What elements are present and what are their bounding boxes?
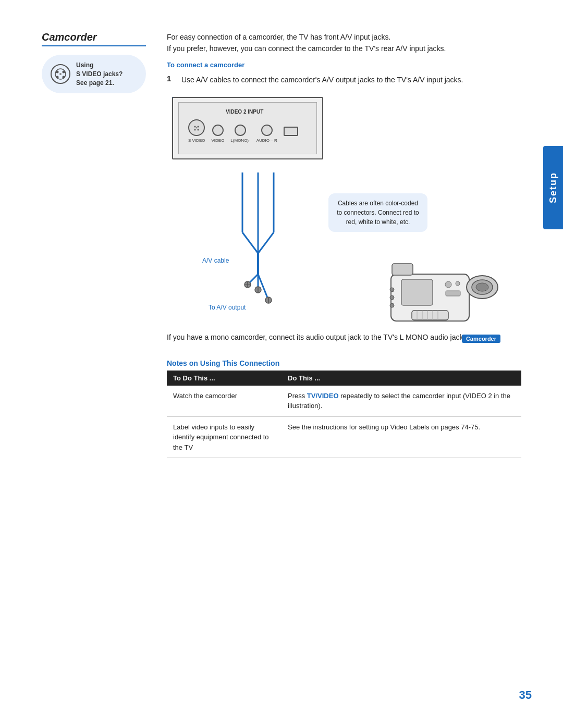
camcorder-svg	[381, 253, 500, 337]
svg-rect-33	[392, 264, 413, 275]
svg-point-42	[456, 281, 460, 286]
tv-video-link[interactable]: TV/VIDEO	[307, 392, 339, 400]
section-title: Camcorder	[42, 31, 146, 46]
diagram-area: TV VIDEO 2 INPUT S VIDEO	[167, 97, 521, 321]
svg-line-15	[242, 232, 258, 253]
svg-point-24	[255, 287, 261, 293]
callout-bubble: Cables are often color-coded to connecto…	[328, 193, 427, 232]
table-header-row: To Do This ... Do This ...	[167, 371, 521, 386]
camcorder-badge: Camcorder	[462, 335, 500, 343]
video2-input-label: VIDEO 2 INPUT	[226, 109, 263, 115]
svg-point-32	[476, 283, 488, 291]
intro-text-1: For easy connection of a camcorder, the …	[167, 31, 521, 55]
svg-point-3	[63, 71, 65, 73]
svideo-port	[188, 119, 205, 136]
svg-line-17	[258, 232, 274, 253]
page-number: 35	[519, 688, 532, 702]
svg-point-4	[56, 76, 59, 79]
svg-point-10	[198, 129, 199, 131]
left-column: Camcorder UsingS VIDEO jacks?See page 21…	[42, 31, 156, 93]
svg-point-22	[244, 281, 251, 288]
svg-point-6	[59, 73, 62, 75]
svideo-icon	[50, 64, 71, 84]
svg-rect-40	[401, 279, 433, 305]
notes-title: Notes on Using This Connection	[167, 359, 521, 367]
setup-tab: Setup	[543, 146, 563, 229]
step-text-1: Use A/V cables to connect the camcorder'…	[181, 74, 463, 85]
extra-port	[284, 127, 298, 136]
video-port	[212, 125, 224, 136]
svideo-box: UsingS VIDEO jacks?See page 21.	[42, 55, 146, 93]
svg-line-19	[248, 274, 258, 285]
todo-cell-1: Watch the camcorder	[167, 386, 282, 417]
svg-point-7	[194, 126, 196, 128]
svg-point-8	[198, 126, 199, 128]
right-column: For easy connection of a camcorder, the …	[167, 31, 521, 458]
svg-point-11	[196, 127, 198, 129]
svideo-text: UsingS VIDEO jacks?See page 21.	[76, 61, 123, 87]
col1-header: To Do This ...	[167, 371, 282, 386]
dothis-cell-2: See the instructions for setting up Vide…	[282, 416, 521, 458]
svg-point-46	[390, 303, 394, 307]
notes-table: To Do This ... Do This ... Watch the cam…	[167, 371, 521, 459]
svg-point-44	[390, 288, 394, 292]
step-number-1: 1	[167, 74, 176, 85]
tv-illustration: VIDEO 2 INPUT S VIDEO	[172, 97, 323, 159]
svg-point-9	[194, 129, 196, 131]
step-1: 1 Use A/V cables to connect the camcorde…	[167, 74, 521, 85]
av-output-label: To A/V output	[209, 303, 246, 311]
svg-line-21	[258, 274, 268, 300]
svg-rect-43	[446, 291, 460, 296]
setup-tab-label: Setup	[548, 172, 559, 203]
audio-l-label: L(MONO)-	[230, 138, 250, 143]
camcorder-illustration: Camcorder	[381, 253, 500, 343]
video-port-label: VIDEO	[211, 138, 224, 143]
av-cable-label: A/V cable	[202, 256, 229, 264]
notes-section: Notes on Using This Connection To Do Thi…	[167, 359, 521, 459]
todo-cell-2: Label video inputs to easily identify eq…	[167, 416, 282, 458]
connect-subheading: To connect a camcorder	[167, 61, 521, 69]
audio-l-port	[235, 125, 246, 136]
svg-point-2	[56, 71, 59, 73]
port-row: S VIDEO VIDEO L(MONO)-	[188, 119, 298, 143]
svg-point-25	[265, 297, 272, 303]
dothis-cell-1: Press TV/VIDEO repeatedly to select the …	[282, 386, 521, 417]
svg-point-5	[63, 76, 65, 79]
audio-r-port	[261, 125, 273, 136]
svg-point-45	[390, 295, 394, 300]
audio-r-label: AUDIO – R	[256, 138, 277, 143]
table-row: Watch the camcorder Press TV/VIDEO repea…	[167, 386, 521, 417]
svg-point-41	[445, 281, 451, 288]
col2-header: Do This ...	[282, 371, 521, 386]
table-row: Label video inputs to easily identify eq…	[167, 416, 521, 458]
svideo-port-label: S VIDEO	[188, 138, 205, 143]
tv-inner: VIDEO 2 INPUT S VIDEO	[178, 102, 317, 154]
